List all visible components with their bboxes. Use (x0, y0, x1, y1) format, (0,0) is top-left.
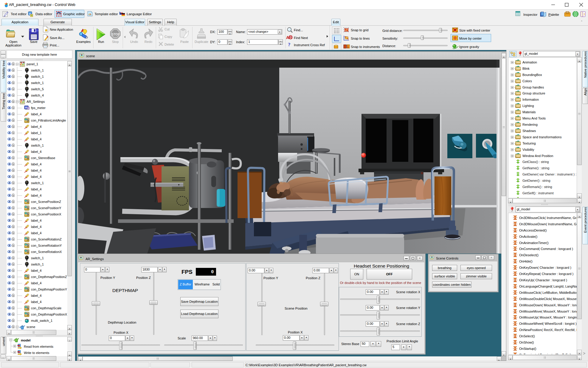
svg-text:?: ? (584, 13, 585, 16)
svg-text:STOP: STOP (112, 33, 120, 36)
